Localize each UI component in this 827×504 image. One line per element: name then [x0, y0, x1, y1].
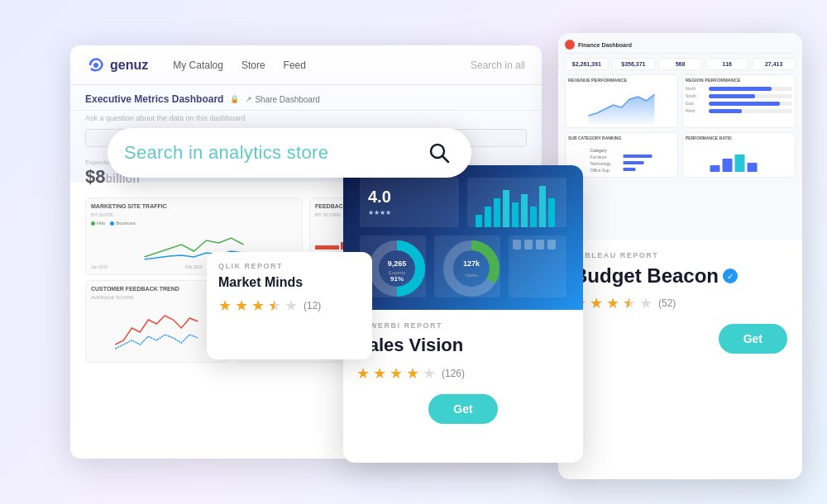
- svg-text:127k: 127k: [463, 259, 480, 268]
- budget-beacon-review-count: (52): [658, 297, 676, 309]
- sv-star-5: ★: [423, 364, 436, 383]
- scene: genuz My Catalog Store Feed Search in al…: [0, 0, 827, 504]
- nav-my-catalog[interactable]: My Catalog: [173, 59, 223, 71]
- svg-rect-24: [530, 207, 537, 227]
- feedback-trend-subtitle: AVERAGE SCORE: [91, 295, 222, 300]
- revenue-chart-title: REVENUE PERFORMANCE: [568, 78, 675, 83]
- bounces-dot: [110, 221, 114, 226]
- search-placeholder-text: Search in analytics store: [124, 142, 423, 164]
- star-4-half: ★★: [268, 297, 281, 315]
- performance-ratio-chart: PERFORMANCE RATIO: [682, 132, 796, 178]
- svg-rect-38: [536, 240, 544, 250]
- legend-bounces: Bounces: [110, 221, 135, 226]
- market-minds-type: QLIK REPORT: [218, 262, 361, 270]
- search-bar[interactable]: Search in analytics store: [108, 128, 471, 178]
- svg-rect-39: [547, 240, 556, 250]
- svg-rect-21: [503, 190, 509, 227]
- svg-line-10: [442, 156, 448, 162]
- svg-text:Technology: Technology: [590, 161, 612, 166]
- svg-rect-37: [524, 240, 533, 250]
- star-3: ★: [251, 297, 265, 315]
- svg-rect-36: [513, 240, 521, 250]
- verified-badge: ✓: [723, 269, 738, 283]
- kpi-revenue-value: $2,261,391: [569, 61, 605, 67]
- budget-beacon-title-row: Budget Beacon ✓: [573, 264, 787, 288]
- share-label: Share Dashboard: [255, 95, 319, 104]
- sales-vision-get-button[interactable]: Get: [428, 394, 497, 424]
- budget-beacon-stars: ★ ★ ★ ★★ ★ (52): [573, 294, 787, 312]
- dashboard-question-hint: Ask a question about the data on this da…: [70, 111, 542, 129]
- svg-rect-50: [735, 155, 745, 172]
- kpi-revenue: $2,261,391: [565, 58, 609, 70]
- nav-feed[interactable]: Feed: [284, 59, 306, 71]
- svg-rect-51: [748, 163, 758, 172]
- powerbi-visualization: 4.0 ★★★★ 9,265: [343, 165, 583, 310]
- bb-star-5: ★: [639, 294, 653, 312]
- logo-text: genuz: [110, 58, 148, 73]
- svg-rect-49: [723, 159, 733, 172]
- bar-1: [315, 245, 339, 250]
- nav-search-label[interactable]: Search in all: [471, 59, 525, 71]
- star-1: ★: [218, 297, 232, 315]
- chart-legend: Hits Bounces: [91, 221, 297, 226]
- subcategory-svg: Category Furniture Technology Office Sup…: [568, 142, 675, 174]
- budget-beacon-content: TABLEAU REPORT Budget Beacon ✓ ★ ★ ★ ★★ …: [558, 240, 802, 365]
- region-bar-2: South: [686, 93, 792, 98]
- sv-star-2: ★: [373, 364, 386, 383]
- market-minds-card: QLIK REPORT Market Minds ★ ★ ★ ★★ ★ (12): [207, 252, 372, 359]
- svg-rect-26: [548, 198, 555, 227]
- performance-svg: [686, 142, 792, 174]
- kpi-2: $356,371: [612, 58, 656, 70]
- region-bar-4: West: [686, 108, 792, 113]
- svg-rect-46: [624, 161, 644, 164]
- revenue-area-svg: [568, 84, 675, 124]
- performance-title: PERFORMANCE RATIO: [686, 136, 792, 140]
- kpi-5: 27,413: [752, 58, 796, 70]
- svg-text:91%: 91%: [390, 275, 404, 283]
- kpi-5-value: 27,413: [756, 61, 791, 67]
- svg-text:★★★★: ★★★★: [368, 209, 391, 216]
- budget-beacon-title: Budget Beacon: [573, 264, 719, 288]
- search-icon: [423, 137, 455, 169]
- budget-beacon-get-button[interactable]: Get: [719, 324, 787, 354]
- share-dashboard-button[interactable]: ↗ Share Dashboard: [246, 95, 319, 104]
- sales-vision-card: 4.0 ★★★★ 9,265: [343, 165, 583, 463]
- nav-links: My Catalog Store Feed: [173, 59, 446, 71]
- svg-rect-23: [521, 194, 528, 227]
- nav-store[interactable]: Store: [241, 59, 265, 71]
- svg-rect-22: [512, 202, 519, 227]
- hits-dot: [91, 221, 95, 226]
- star-5: ★: [284, 297, 298, 315]
- budget-beacon-type: TABLEAU REPORT: [573, 251, 787, 259]
- region-bar-1: North: [686, 86, 792, 91]
- finance-title: Finance Dashboard: [578, 42, 632, 48]
- sv-star-3: ★: [390, 364, 403, 383]
- dashboard-title: Executive Metrics Dashboard: [85, 93, 223, 105]
- bb-star-4-half: ★★: [623, 294, 636, 312]
- dashboard-header: Executive Metrics Dashboard 🔒 ↗ Share Da…: [70, 85, 542, 111]
- revenue-performance-chart: REVENUE PERFORMANCE: [565, 74, 678, 128]
- sales-vision-type: POWERBI REPORT: [356, 321, 570, 330]
- sales-vision-title: Sales Vision: [356, 335, 570, 356]
- finance-kpi-row: $2,261,391 $356,371 568 116 27,413: [565, 58, 796, 70]
- kpi-4-value: 116: [710, 61, 745, 67]
- svg-text:Category: Category: [590, 148, 608, 153]
- svg-text:Users: Users: [465, 273, 478, 278]
- sv-star-4: ★: [406, 364, 419, 383]
- genuz-logo-icon: [87, 56, 105, 74]
- svg-text:4.0: 4.0: [368, 188, 391, 206]
- feedback-trend-title: Customer Feedback Trend: [91, 286, 222, 292]
- svg-rect-25: [539, 186, 546, 227]
- finance-sub-charts: SUB CATEGORY RANKING Category Furniture …: [565, 132, 796, 178]
- subcategory-title: SUB CATEGORY RANKING: [568, 136, 675, 140]
- bb-star-2: ★: [590, 294, 603, 312]
- svg-text:Office Sup.: Office Sup.: [590, 168, 611, 173]
- powerbi-chart-svg: 4.0 ★★★★ 9,265: [356, 174, 571, 302]
- sales-vision-content: POWERBI REPORT Sales Vision ★ ★ ★ ★ ★ (1…: [343, 310, 583, 435]
- bb-star-3: ★: [606, 294, 619, 312]
- sales-vision-stars: ★ ★ ★ ★ ★ (126): [356, 364, 570, 383]
- svg-marker-40: [589, 94, 655, 124]
- region-chart-title: REGION PERFORMANCE: [686, 78, 792, 83]
- marketing-traffic-title: Marketing Site Traffic: [91, 203, 297, 209]
- svg-rect-45: [624, 155, 653, 158]
